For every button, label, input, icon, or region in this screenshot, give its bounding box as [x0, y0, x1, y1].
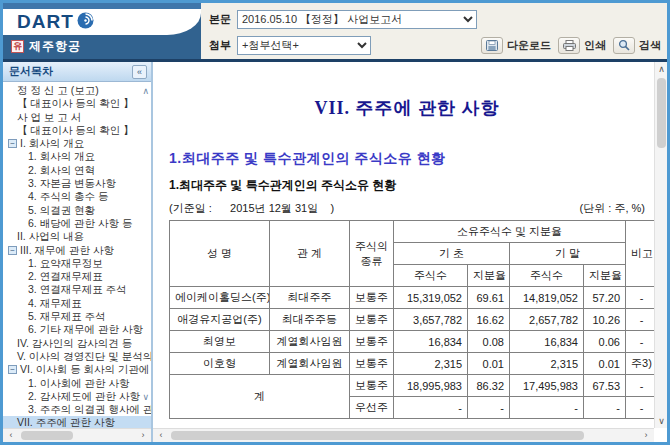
vscroll-thumb[interactable] [657, 78, 666, 148]
tree-scroll-down-icon[interactable]: ∨ [142, 392, 149, 402]
dart-logo[interactable]: DART [3, 9, 201, 35]
scroll-right-icon[interactable]: › [640, 429, 652, 442]
table-cell: - [626, 375, 658, 397]
tree-item[interactable]: 2. 감사제도에 관한 사항 [3, 390, 151, 403]
tree-item-label: 4. 주식의 총수 등 [28, 190, 109, 203]
tree-item[interactable]: V. 이사의 경영진단 및 분석의 [3, 350, 151, 363]
attach-select-row: 첨부 +첨부선택+ 다운로드인쇄검색 [209, 34, 661, 56]
scroll-right-icon[interactable]: › [137, 429, 149, 442]
tree-item[interactable]: 5. 재무제표 주석 [3, 310, 151, 323]
col-relation: 관 계 [270, 221, 350, 287]
content-vscrollbar[interactable]: ∧ ∨ [654, 62, 667, 428]
unit-label: (단위 : 주, %) [580, 201, 645, 216]
tree-item-label: 【 대표이사 등의 확인 】 [17, 124, 134, 137]
table-row: 이호형계열회사임원보통주2,3150.012,3150.01주3) [170, 353, 658, 375]
tree-item-label: 3. 자본금 변동사항 [28, 177, 116, 190]
tree-item[interactable]: 【 대표이사 등의 확인 】 [3, 124, 151, 137]
content-hscrollbar[interactable]: ‹ › [153, 428, 654, 442]
tree-item[interactable]: −I. 회사의 개요 [3, 137, 151, 150]
tree-item-label: 【 대표이사 등의 확인 】 [17, 97, 134, 110]
table-cell: 주3) [626, 353, 658, 375]
folder-collapse-icon[interactable]: − [8, 246, 17, 255]
doc-select[interactable]: 2016.05.10 【정정】 사업보고서 [237, 10, 477, 29]
tree-item[interactable]: 【 대표이사 등의 확인 】 [3, 97, 151, 110]
tree-item-label: III. 재무에 관한 사항 [20, 244, 114, 257]
tree-item[interactable]: 2. 회사의 연혁 [3, 164, 151, 177]
col-end: 기 말 [510, 243, 626, 265]
tree-item-label: II. 사업의 내용 [17, 230, 84, 243]
scroll-up-icon[interactable]: ∧ [655, 64, 668, 74]
search-button[interactable]: 검색 [613, 37, 661, 54]
table-cell: 14,819,052 [510, 287, 584, 309]
market-badge: 유 [11, 40, 24, 53]
folder-collapse-icon[interactable]: − [8, 365, 17, 374]
scroll-left-icon[interactable]: ‹ [155, 429, 167, 442]
tree-item[interactable]: IV. 감사인의 감사의견 등 [3, 337, 151, 350]
tree-item-label: 2. 회사의 연혁 [28, 164, 95, 177]
table-cell: - [584, 397, 626, 419]
download-button[interactable]: 다운로드 [481, 37, 551, 54]
tree-item[interactable]: VII. 주주에 관한 사항 [3, 416, 151, 428]
tree-item[interactable]: 3. 연결재무제표 주석 [3, 283, 151, 296]
tree-item[interactable]: 3. 자본금 변동사항 [3, 177, 151, 190]
hscroll-thumb[interactable] [171, 431, 584, 440]
tree-item-label: V. 이사의 경영진단 및 분석의 [17, 350, 151, 363]
tree-item[interactable]: 4. 재무제표 [3, 297, 151, 310]
tree-item[interactable]: 3. 주주의 의결권 행사에 관 [3, 403, 151, 416]
tree-item[interactable]: II. 사업의 내용 [3, 230, 151, 243]
folder-collapse-icon[interactable]: − [8, 139, 17, 148]
col-begin: 기 초 [394, 243, 510, 265]
scroll-down-icon[interactable]: ∨ [655, 416, 668, 426]
table-cell: 우선주 [350, 397, 394, 419]
header-controls: 본문 2016.05.10 【정정】 사업보고서 첨부 +첨부선택+ 다운로드인… [201, 3, 667, 59]
tree-item-label: 3. 연결재무제표 주석 [28, 283, 127, 296]
sidebar-title: 문서목차 [9, 64, 132, 79]
col-end-ratio: 지분율 [584, 265, 626, 287]
header: DART 유 제주항공 본문 2016.05.10 【정정】 사업보고서 첨부 [3, 3, 667, 59]
content-pane: VII. 주주에 관한 사항 1.최대주주 및 특수관계인의 주식소유 현황 1… [153, 62, 667, 442]
tree-item[interactable]: −VI. 이사회 등 회사의 기관에 관 [3, 363, 151, 376]
table-cell: 최대주주등 [270, 309, 350, 331]
tree-item-label: 정 정 신 고 (보고) [17, 84, 99, 97]
dart-logo-text: DART [17, 11, 74, 33]
tree-item[interactable]: 1. 이사회에 관한 사항 [3, 377, 151, 390]
col-note: 비고 [626, 221, 658, 287]
doc-select-row: 본문 2016.05.10 【정정】 사업보고서 [209, 8, 661, 30]
sidebar-hscrollbar[interactable]: ‹ › [3, 428, 151, 442]
tree-item[interactable]: 4. 주식의 총수 등 [3, 190, 151, 203]
tree-item-label: 6. 배당에 관한 사항 등 [28, 217, 132, 230]
tree-item[interactable]: 1. 회사의 개요 [3, 150, 151, 163]
col-stock-type: 주식의 종류 [350, 221, 394, 287]
tree-item[interactable]: 6. 배당에 관한 사항 등 [3, 217, 151, 230]
attach-select[interactable]: +첨부선택+ [237, 36, 371, 55]
tree-item[interactable]: 2. 연결재무제표 [3, 270, 151, 283]
tree-item[interactable]: 6. 기타 재무에 관한 사항 [3, 323, 151, 336]
tree-scroll-up-icon[interactable]: ∧ [142, 86, 149, 96]
printer-icon [558, 37, 580, 54]
tree-item[interactable]: 1. 요약재무정보 [3, 257, 151, 270]
sidebar-header: 문서목차 « [3, 62, 151, 82]
tree-item[interactable]: 사 업 보 고 서 [3, 111, 151, 124]
table-cell: - [626, 287, 658, 309]
table-cell: 최대주주 [270, 287, 350, 309]
print-button[interactable]: 인쇄 [558, 37, 606, 54]
sidebar-collapse-button[interactable]: « [132, 65, 147, 79]
table-cell: 애경유지공업(주) [170, 309, 270, 331]
tree-item-label: 5. 재무제표 주석 [28, 310, 106, 323]
tree-item[interactable]: 정 정 신 고 (보고) [3, 84, 151, 97]
tree-item[interactable]: −III. 재무에 관한 사항 [3, 244, 151, 257]
tree-item[interactable]: 5. 의결권 현황 [3, 204, 151, 217]
col-begin-ratio: 지분율 [468, 265, 510, 287]
table-cell: 0.01 [584, 353, 626, 375]
table-row: 에이케이홀딩스(주)최대주주보통주15,319,05269.6114,819,0… [170, 287, 658, 309]
table-cell: 2,657,782 [510, 309, 584, 331]
table-cell: 보통주 [350, 309, 394, 331]
table-cell: 에이케이홀딩스(주) [170, 287, 270, 309]
doc-select-label: 본문 [209, 12, 231, 27]
hscroll-thumb[interactable] [21, 431, 73, 440]
scroll-left-icon[interactable]: ‹ [5, 429, 17, 442]
sub-heading: 1.최대주주 및 특수관계인의 주식소유 현황 [169, 177, 645, 194]
table-cell: 3,657,782 [394, 309, 468, 331]
table-cell: - [626, 397, 658, 419]
table-cell: 보통주 [350, 331, 394, 353]
